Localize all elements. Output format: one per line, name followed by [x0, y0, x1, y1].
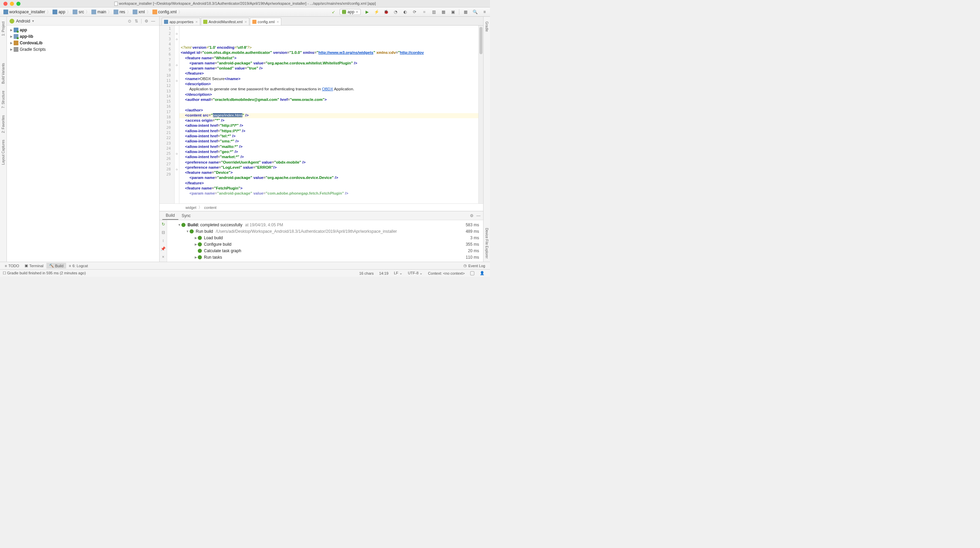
filter-icon[interactable]: ⊟ — [161, 230, 166, 235]
breadcrumb: workspace_installer〉 app〉 src〉 main〉 res… — [2, 9, 330, 15]
close-window[interactable] — [3, 2, 8, 6]
event-log-tool-button[interactable]: ◷ Event Log — [461, 263, 488, 268]
run-configuration-select[interactable]: app ▼ — [340, 9, 361, 15]
line-gutter[interactable]: 1234567891011121314151617181920212223242… — [159, 25, 175, 203]
settings-icon[interactable]: ≡ — [481, 8, 488, 15]
search-everywhere-icon[interactable]: 🔍 — [472, 8, 479, 15]
status-bar: ☐ Gradle build finished in 595 ms (2 min… — [0, 269, 490, 277]
android-icon — [342, 10, 346, 14]
sync-gradle-icon[interactable]: ⟳ — [411, 8, 418, 15]
selection-info: 16 chars — [359, 271, 373, 275]
titlebar: workspace_installer [~/Desktop/Workspace… — [0, 0, 490, 8]
tab-config-xml[interactable]: config.xml× — [250, 18, 281, 25]
profiler-icon[interactable]: ◔ — [392, 8, 399, 15]
cursor-position[interactable]: 14:19 — [379, 271, 389, 275]
code-editor[interactable]: ! <?xml version='1.0' encoding='utf-8'?>… — [179, 25, 483, 203]
tree-node-app-lib[interactable]: ▶app-lib — [7, 33, 159, 40]
settings-gear-icon[interactable]: ⚙ — [143, 18, 150, 25]
project-panel: Android ▼ ⊙ ⇅ ⚙ — ▶app ▶app-lib ▶Cordova… — [7, 17, 159, 262]
editor-tabs: app.properties× AndroidManifest.xml× con… — [159, 17, 483, 25]
right-tool-stripe: Gradle Device File Explorer — [483, 17, 490, 262]
device-manager-icon[interactable]: ▣ — [449, 8, 456, 15]
editor: app.properties× AndroidManifest.xml× con… — [159, 17, 483, 262]
todo-tool-button[interactable]: ≡ TODO — [2, 263, 22, 268]
breadcrumb-item[interactable]: res — [112, 10, 127, 14]
file-encoding[interactable]: UTF-8 ⌄ — [408, 271, 423, 275]
window-title: workspace_installer [~/Desktop/Workspace… — [119, 2, 376, 5]
breadcrumb-item[interactable]: workspace_installer — [2, 10, 46, 14]
layout-captures-tool-button[interactable]: Layout Captures — [2, 140, 5, 165]
attach-debugger-icon[interactable]: ◐ — [402, 8, 409, 15]
project-tree[interactable]: ▶app ▶app-lib ▶CordovaLib ▶Gradle Script… — [7, 25, 159, 262]
close-tab-icon[interactable]: × — [277, 20, 278, 24]
context-selector[interactable]: Context: <no context> — [428, 271, 465, 275]
status-message: ☐ Gradle build finished in 595 ms (2 min… — [3, 271, 86, 275]
gradle-tool-button[interactable]: Gradle — [485, 21, 488, 32]
line-ending[interactable]: LF ⌄ — [394, 271, 402, 275]
close-icon[interactable]: × — [161, 254, 166, 260]
hide-panel-icon[interactable]: — — [476, 213, 480, 218]
sync-tab[interactable]: Sync — [178, 212, 194, 219]
avd-manager-icon[interactable]: ▥ — [430, 8, 437, 15]
vertical-scrollbar[interactable] — [479, 25, 483, 203]
breadcrumb-item[interactable]: xml — [131, 10, 146, 14]
fold-strip[interactable]: ⊖⊖⊖⊖⊖⊖ — [175, 25, 179, 203]
minimize-window[interactable] — [10, 2, 14, 6]
android-icon — [10, 19, 14, 24]
zoom-window[interactable] — [16, 2, 21, 6]
navbar: workspace_installer〉 app〉 src〉 main〉 res… — [0, 8, 490, 17]
build-panel: Build Sync ⚙ — ↻ ⊟ ↕ 📌 × ▼Build: co — [159, 211, 483, 262]
tree-node-app[interactable]: ▶app — [7, 27, 159, 33]
tree-node-gradle-scripts[interactable]: ▶Gradle Scripts — [7, 46, 159, 52]
hide-panel-icon[interactable]: — — [150, 18, 156, 25]
collapse-all-icon[interactable]: ⇅ — [133, 18, 140, 25]
build-output-tree[interactable]: ▼Build: completed successfullyat 19/04/1… — [167, 220, 483, 262]
breadcrumb-item[interactable]: config.xml — [151, 10, 178, 14]
breadcrumb-item[interactable]: app — [51, 10, 67, 14]
breadcrumb-item[interactable]: main — [90, 10, 107, 14]
file-icon — [114, 2, 118, 6]
hector-icon[interactable]: 👤 — [480, 271, 485, 275]
stop-button[interactable]: ■ — [421, 8, 428, 15]
expand-icon[interactable]: ↕ — [161, 238, 166, 243]
scroll-from-source-icon[interactable]: ⊙ — [126, 18, 133, 25]
project-view-selector[interactable]: Android — [16, 19, 30, 24]
structure-tool-button[interactable]: 7: Structure — [2, 91, 5, 108]
logcat-tool-button[interactable]: ≡ 6: Logcat — [66, 263, 91, 268]
apply-changes-icon[interactable]: ⚡ — [373, 8, 380, 15]
close-tab-icon[interactable]: × — [196, 20, 197, 24]
tab-app-properties[interactable]: app.properties× — [162, 18, 200, 25]
tab-android-manifest[interactable]: AndroidManifest.xml× — [201, 18, 249, 25]
readonly-toggle-icon[interactable] — [470, 271, 474, 275]
panel-settings-icon[interactable]: ⚙ — [470, 213, 474, 218]
run-button[interactable]: ▶ — [363, 8, 370, 15]
build-tab[interactable]: Build — [162, 212, 178, 220]
terminal-tool-button[interactable]: ▣ Terminal — [22, 263, 46, 268]
pin-icon[interactable]: 📌 — [161, 246, 166, 251]
editor-breadcrumb[interactable]: widget〉content — [159, 203, 483, 211]
project-tool-button[interactable]: 1: Project — [2, 21, 5, 36]
close-tab-icon[interactable]: × — [245, 20, 247, 24]
sdk-manager-icon[interactable]: ▦ — [440, 8, 447, 15]
build-tool-button[interactable]: 🔨 Build — [46, 263, 66, 268]
bottom-tool-tabs: ≡ TODO ▣ Terminal 🔨 Build ≡ 6: Logcat ◷ … — [0, 262, 490, 269]
left-tool-stripe: 1: Project Build Variants 7: Structure 2… — [0, 17, 7, 262]
breadcrumb-item[interactable]: src — [71, 10, 85, 14]
device-file-explorer-button[interactable]: Device File Explorer — [485, 228, 488, 258]
project-structure-icon[interactable]: ▦ — [462, 8, 469, 15]
build-variants-tool-button[interactable]: Build Variants — [2, 63, 5, 84]
debug-button[interactable]: 🐞 — [383, 8, 390, 15]
rerun-icon[interactable]: ↻ — [161, 221, 166, 227]
make-project-icon[interactable]: ↙ — [330, 8, 337, 15]
favorites-tool-button[interactable]: 2: Favorites — [2, 115, 5, 133]
tree-node-cordovalib[interactable]: ▶CordovaLib — [7, 40, 159, 46]
